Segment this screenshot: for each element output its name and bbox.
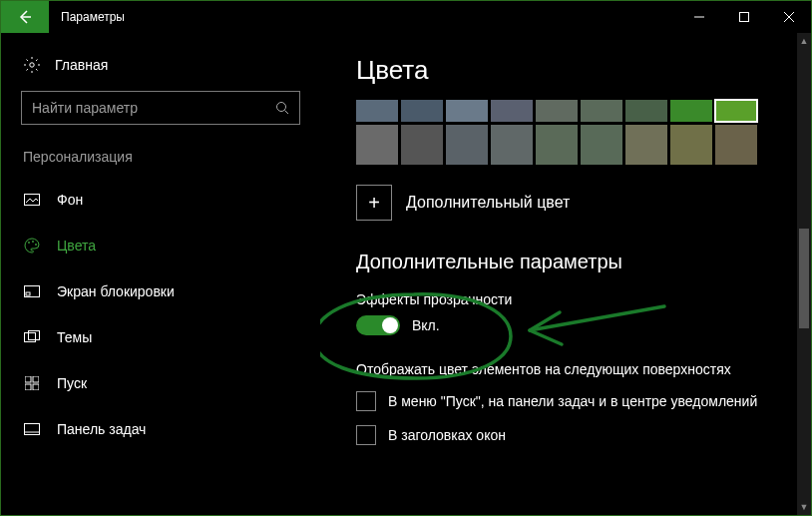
settings-window: Параметры Главная Персонализация Фон — [0, 0, 812, 516]
toggle-state-label: Вкл. — [412, 317, 440, 333]
svg-point-6 — [35, 244, 37, 246]
sidebar: Главная Персонализация Фон Цвета Экран б… — [1, 33, 320, 515]
sidebar-item-background[interactable]: Фон — [1, 177, 320, 223]
minimize-button[interactable] — [676, 1, 721, 33]
titlebar: Параметры — [1, 1, 811, 33]
custom-color-label: Дополнительный цвет — [406, 194, 570, 212]
svg-rect-9 — [25, 333, 36, 342]
group-label: Персонализация — [1, 143, 320, 177]
search-box[interactable] — [21, 91, 300, 125]
color-swatch[interactable] — [356, 125, 398, 165]
body: Главная Персонализация Фон Цвета Экран б… — [1, 33, 811, 515]
sidebar-item-themes[interactable]: Темы — [1, 314, 320, 360]
svg-point-2 — [277, 103, 286, 112]
svg-rect-10 — [29, 331, 40, 340]
color-swatch[interactable] — [715, 100, 757, 122]
surfaces-label: Отображать цвет элементов на следующих п… — [356, 361, 773, 377]
window-controls — [676, 1, 811, 33]
scrollbar[interactable]: ▲ ▼ — [797, 33, 811, 515]
svg-rect-11 — [25, 376, 31, 382]
svg-point-5 — [32, 241, 34, 243]
color-swatch[interactable] — [536, 100, 578, 122]
sidebar-item-lockscreen[interactable]: Экран блокировки — [1, 268, 320, 314]
color-swatch[interactable] — [401, 125, 443, 165]
color-swatch-grid — [356, 100, 773, 165]
svg-rect-8 — [26, 292, 30, 295]
scroll-thumb[interactable] — [799, 229, 809, 328]
page-title: Цвета — [356, 55, 773, 86]
section-heading: Дополнительные параметры — [356, 251, 773, 273]
sidebar-item-label: Панель задач — [57, 421, 146, 437]
svg-rect-12 — [33, 376, 39, 382]
lockscreen-icon — [23, 285, 41, 297]
color-swatch[interactable] — [401, 100, 443, 122]
color-swatch[interactable] — [581, 100, 622, 122]
svg-rect-14 — [33, 384, 39, 390]
scroll-down-icon[interactable]: ▼ — [797, 499, 811, 515]
check-row-titlebars: В заголовках окон — [356, 425, 773, 445]
search-icon — [275, 101, 289, 115]
sidebar-item-label: Пуск — [57, 375, 87, 391]
transparency-label: Эффекты прозрачности — [356, 291, 773, 307]
color-swatch[interactable] — [491, 125, 533, 165]
start-icon — [23, 376, 41, 390]
svg-rect-15 — [25, 424, 40, 435]
sidebar-item-label: Фон — [57, 192, 83, 208]
color-swatch[interactable] — [581, 125, 622, 165]
sidebar-item-label: Цвета — [57, 238, 96, 254]
color-swatch[interactable] — [446, 100, 488, 122]
checkbox-start[interactable] — [356, 391, 376, 411]
color-swatch[interactable] — [491, 100, 533, 122]
close-icon — [784, 12, 794, 22]
color-swatch[interactable] — [446, 125, 488, 165]
sidebar-item-label: Темы — [57, 329, 92, 345]
window-title: Параметры — [49, 1, 125, 33]
taskbar-icon — [23, 423, 41, 435]
color-swatch[interactable] — [625, 100, 667, 122]
gear-icon — [23, 57, 41, 73]
transparency-toggle-row: Вкл. — [356, 315, 773, 335]
checkbox-titlebars[interactable] — [356, 425, 376, 445]
swatch-row — [356, 100, 773, 122]
sidebar-item-taskbar[interactable]: Панель задач — [1, 406, 320, 452]
svg-point-4 — [28, 242, 30, 244]
content: Цвета + Дополнительный цвет Дополнительн… — [320, 33, 797, 515]
sidebar-item-label: Экран блокировки — [57, 283, 175, 299]
svg-point-1 — [30, 63, 34, 67]
sidebar-item-colors[interactable]: Цвета — [1, 223, 320, 268]
swatch-row — [356, 125, 773, 165]
palette-icon — [23, 238, 41, 254]
custom-color-row[interactable]: + Дополнительный цвет — [356, 185, 773, 221]
color-swatch[interactable] — [715, 125, 757, 165]
color-swatch[interactable] — [670, 125, 712, 165]
search-input[interactable] — [32, 100, 275, 116]
color-swatch[interactable] — [536, 125, 578, 165]
color-swatch[interactable] — [625, 125, 667, 165]
transparency-toggle[interactable] — [356, 315, 400, 335]
check-label: В заголовках окон — [388, 427, 506, 443]
back-button[interactable] — [1, 1, 49, 33]
check-row-start: В меню "Пуск", на панели задач и в центр… — [356, 391, 773, 411]
color-swatch[interactable] — [356, 100, 398, 122]
color-swatch[interactable] — [670, 100, 712, 122]
scroll-up-icon[interactable]: ▲ — [797, 33, 811, 49]
svg-rect-0 — [739, 13, 748, 22]
content-wrap: Цвета + Дополнительный цвет Дополнительн… — [320, 33, 811, 515]
close-button[interactable] — [766, 1, 811, 33]
check-label: В меню "Пуск", на панели задач и в центр… — [388, 393, 757, 409]
picture-icon — [23, 194, 41, 206]
minimize-icon — [694, 12, 704, 22]
svg-rect-13 — [25, 384, 31, 390]
maximize-icon — [739, 12, 749, 22]
plus-icon[interactable]: + — [356, 185, 392, 221]
home-label: Главная — [55, 57, 108, 73]
sidebar-item-start[interactable]: Пуск — [1, 360, 320, 406]
home-link[interactable]: Главная — [1, 51, 320, 87]
themes-icon — [23, 330, 41, 344]
scroll-track[interactable] — [797, 49, 811, 499]
toggle-knob — [382, 317, 398, 333]
maximize-button[interactable] — [721, 1, 766, 33]
arrow-left-icon — [17, 9, 33, 25]
